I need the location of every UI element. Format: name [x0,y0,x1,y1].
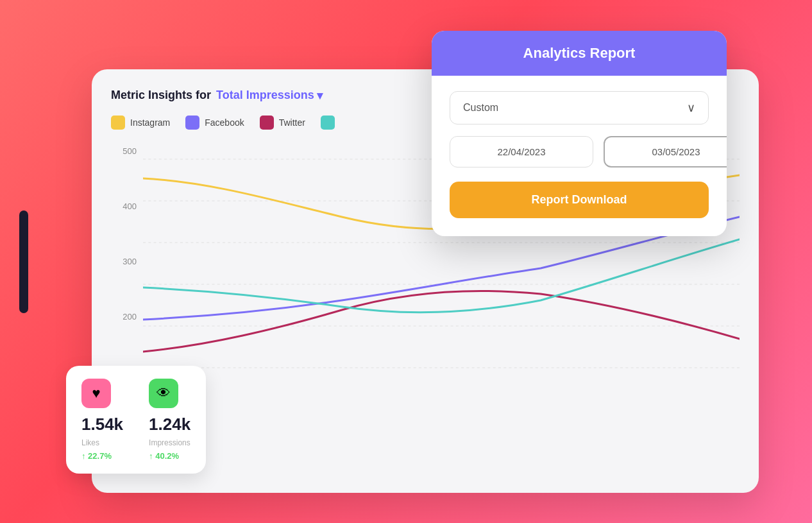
period-dropdown[interactable]: Custom ∨ [450,91,709,124]
header-prefix: Metric Insights for [111,89,211,102]
stat-item-likes: ♥ 1.54k Likes ↑ 22.7% [81,379,123,461]
report-download-button[interactable]: Report Download [450,182,709,218]
y-label-400: 400 [111,201,137,211]
twitter-color-dot [260,116,274,130]
scene: Metric Insights for Total Impressions ▾ … [53,31,759,493]
stats-card: ♥ 1.54k Likes ↑ 22.7% 👁 1.24k Impression… [66,366,206,474]
chevron-down-icon: ▾ [317,89,323,103]
twitter-line [143,291,740,352]
date-range-row [450,136,709,167]
facebook-label: Facebook [205,117,244,128]
instagram-color-dot [111,116,125,130]
likes-value: 1.54k [81,415,123,434]
y-label-200: 200 [111,312,137,322]
side-indicator [19,210,28,313]
dropdown-label: Custom [463,102,498,114]
likes-change: ↑ 22.7% [81,451,123,461]
date-from-input[interactable] [450,136,593,167]
legend-item-instagram: Instagram [111,116,170,130]
y-axis-labels: 500 400 300 200 100 [111,140,137,384]
impressions-label: Impressions [149,438,190,447]
likes-icon: ♥ [81,379,111,408]
y-label-300: 300 [111,257,137,266]
impressions-value: 1.24k [149,415,190,434]
analytics-report-card: Analytics Report Custom ∨ Report Downloa… [432,31,727,236]
teal-line [143,239,740,313]
legend-item-twitter: Twitter [260,116,305,130]
metric-label: Total Impressions [216,89,314,102]
impressions-change: ↑ 40.2% [149,451,190,461]
twitter-label: Twitter [279,117,305,128]
report-card-title: Analytics Report [523,45,636,61]
fourth-color-dot [321,116,335,130]
instagram-label: Instagram [130,117,170,128]
y-label-500: 500 [111,146,137,156]
report-header: Analytics Report [432,31,727,76]
stat-item-impressions: 👁 1.24k Impressions ↑ 40.2% [149,379,190,461]
chevron-down-icon: ∨ [687,101,695,115]
report-body: Custom ∨ Report Download [432,76,727,236]
legend-item-fourth [321,116,335,130]
legend-item-facebook: Facebook [185,116,244,130]
metric-link[interactable]: Total Impressions ▾ [216,89,323,103]
date-to-input[interactable] [604,136,727,167]
likes-label: Likes [81,438,123,447]
impressions-icon: 👁 [149,379,178,408]
facebook-color-dot [185,116,199,130]
